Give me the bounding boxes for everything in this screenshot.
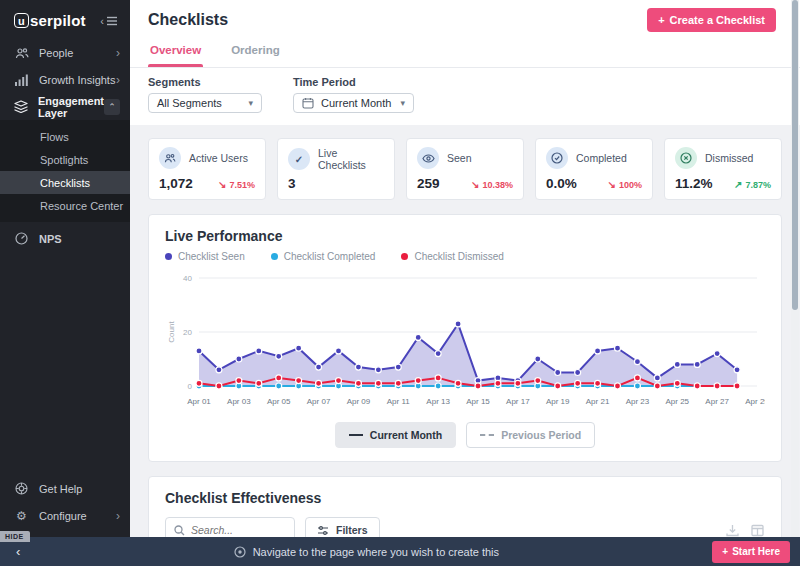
svg-text:40: 40: [183, 274, 192, 283]
engagement-layer-submenu: Flows Spotlights Checklists Resource Cen…: [0, 120, 130, 222]
current-month-button[interactable]: Current Month: [335, 422, 456, 448]
search-icon: [174, 525, 185, 536]
download-icon[interactable]: [725, 523, 740, 538]
svg-text:0: 0: [188, 382, 193, 391]
start-here-button[interactable]: + Start Here: [712, 541, 790, 563]
stat-trend: ↘100%: [608, 179, 642, 190]
trend-down-icon: ↘: [218, 179, 226, 190]
trend-up-icon: ↗: [734, 179, 742, 190]
plus-icon: +: [722, 546, 728, 557]
legend-checklist-completed[interactable]: Checklist Completed: [271, 251, 376, 262]
sidebar-item-label: Configure: [39, 510, 116, 522]
scrollbar-thumb[interactable]: [792, 0, 798, 310]
layers-icon: [14, 100, 28, 113]
target-icon: [234, 546, 246, 558]
svg-text:Apr 27: Apr 27: [705, 397, 729, 406]
chevron-down-icon: ▾: [248, 98, 253, 108]
segments-dropdown[interactable]: All Segments ▾: [148, 93, 262, 113]
sidebar-item-engagement-layer[interactable]: Engagement Layer ⌃: [0, 93, 130, 120]
sidebar-item-spotlights[interactable]: Spotlights: [0, 148, 130, 171]
builder-message: Navigate to the page where you wish to c…: [20, 546, 712, 558]
legend-checklist-seen[interactable]: Checklist Seen: [165, 251, 245, 262]
chevron-up-icon[interactable]: ⌃: [104, 99, 120, 115]
main-content: Checklists + Create a Checklist Overview…: [130, 0, 800, 537]
sidebar-item-configure[interactable]: ⚙ Configure ›: [0, 502, 130, 529]
menu-icon: [106, 16, 118, 26]
calendar-icon: [302, 97, 314, 109]
scrollbar[interactable]: [791, 0, 799, 537]
previous-period-button[interactable]: Previous Period: [466, 422, 595, 448]
chevron-right-icon: ›: [116, 509, 120, 523]
hide-badge[interactable]: HIDE: [0, 531, 30, 542]
trend-down-icon: ↘: [471, 179, 479, 190]
filter-sliders-icon: [317, 525, 329, 536]
sidebar-item-people[interactable]: People ›: [0, 39, 130, 66]
plus-icon: +: [658, 14, 664, 26]
svg-text:Count: Count: [167, 321, 176, 343]
logo-u-badge: u: [14, 13, 29, 28]
stat-label: Completed: [576, 152, 627, 164]
sidebar-item-flows[interactable]: Flows: [0, 125, 130, 148]
svg-text:Apr 23: Apr 23: [626, 397, 650, 406]
sidebar-item-label: NPS: [39, 233, 120, 245]
svg-text:Apr 01: Apr 01: [187, 397, 211, 406]
svg-text:20: 20: [183, 328, 192, 337]
stat-trend: ↘10.38%: [471, 179, 513, 190]
gauge-icon: [14, 232, 29, 245]
sidebar-item-checklists[interactable]: Checklists: [0, 171, 130, 194]
time-period-label: Time Period: [293, 76, 414, 88]
chevron-down-icon: ▾: [400, 98, 405, 108]
sidebar: userpilot ‹ People › Growth Insights › E…: [0, 0, 130, 537]
dashed-line-icon: [480, 434, 494, 436]
stat-value: 259: [417, 176, 440, 191]
users-icon: [159, 147, 181, 169]
logo-text: serpilot: [30, 12, 86, 29]
time-period-dropdown[interactable]: Current Month ▾: [293, 93, 414, 113]
circle-x-icon: [675, 147, 697, 169]
collapse-sidebar-icon[interactable]: ‹: [100, 15, 118, 27]
panel-title: Live Performance: [165, 228, 765, 244]
sidebar-item-resource-center[interactable]: Resource Center: [0, 194, 130, 217]
solid-line-icon: [349, 434, 363, 436]
people-icon: [14, 47, 29, 59]
legend-checklist-dismissed[interactable]: Checklist Dismissed: [401, 251, 503, 262]
chevron-right-icon: ›: [116, 73, 120, 87]
sidebar-item-label: Engagement Layer: [38, 95, 104, 119]
sidebar-item-label: Get Help: [39, 483, 120, 495]
legend-dot: [165, 253, 172, 260]
svg-text:Apr 03: Apr 03: [227, 397, 251, 406]
svg-text:Apr 17: Apr 17: [506, 397, 530, 406]
svg-text:Apr 29: Apr 29: [745, 397, 765, 406]
create-checklist-button[interactable]: + Create a Checklist: [647, 8, 776, 32]
filters-button[interactable]: Filters: [305, 517, 380, 537]
sidebar-item-get-help[interactable]: Get Help: [0, 475, 130, 502]
filter-bar: Segments All Segments ▾ Time Period Curr…: [130, 68, 800, 125]
tab-overview[interactable]: Overview: [148, 40, 203, 67]
stat-trend: ↗7.87%: [734, 179, 771, 190]
gear-icon: ⚙: [14, 509, 29, 523]
live-performance-panel: Live Performance Checklist Seen Checklis…: [148, 214, 782, 462]
legend-dot: [401, 253, 408, 260]
table-columns-icon[interactable]: [750, 523, 765, 538]
svg-text:Apr 19: Apr 19: [546, 397, 570, 406]
chart-period-toggle: Current Month Previous Period: [165, 422, 765, 448]
userpilot-logo: userpilot: [14, 12, 86, 29]
builder-bar: ‹ Navigate to the page where you wish to…: [0, 537, 800, 566]
sidebar-item-nps[interactable]: NPS: [0, 225, 130, 252]
stat-card-active-users: Active Users 1,072 ↘7.51%: [148, 138, 266, 200]
stat-label: Seen: [447, 152, 472, 164]
stat-value: 11.2%: [675, 176, 713, 191]
svg-text:Apr 21: Apr 21: [586, 397, 610, 406]
line-chart[interactable]: 02040CountApr 01Apr 03Apr 05Apr 07Apr 09…: [165, 266, 765, 418]
search-input[interactable]: [165, 517, 295, 537]
stat-card-seen: Seen 259 ↘10.38%: [406, 138, 524, 200]
chevron-right-icon: ›: [116, 46, 120, 60]
chart-legend: Checklist Seen Checklist Completed Check…: [165, 251, 765, 262]
panel-title: Checklist Effectiveness: [165, 490, 765, 506]
svg-text:Apr 09: Apr 09: [347, 397, 371, 406]
tab-ordering[interactable]: Ordering: [229, 40, 282, 67]
svg-text:Apr 13: Apr 13: [426, 397, 450, 406]
sidebar-item-growth-insights[interactable]: Growth Insights ›: [0, 66, 130, 93]
sidebar-item-label: People: [39, 47, 116, 59]
page-header: Checklists + Create a Checklist: [130, 0, 800, 40]
